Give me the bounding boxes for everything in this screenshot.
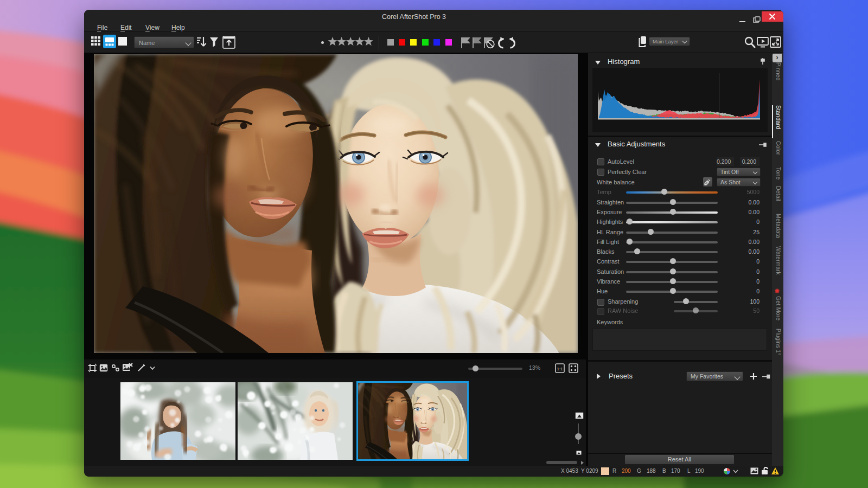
svg-text:1:1: 1:1	[557, 367, 563, 371]
